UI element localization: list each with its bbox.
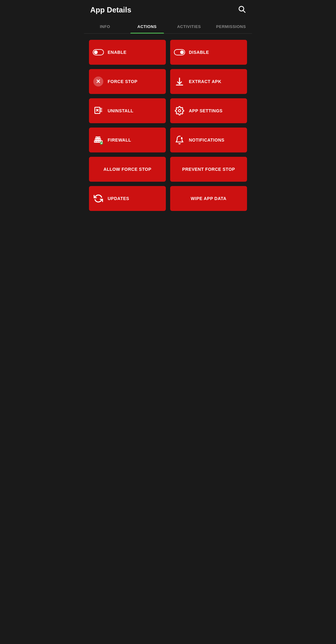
search-icon[interactable]	[238, 5, 246, 15]
actions-content: ENABLE DISABLE ✕ FORCE STOP	[84, 34, 252, 217]
page-title: App Details	[90, 6, 131, 14]
svg-text:1: 1	[181, 137, 182, 139]
tab-actions[interactable]: ACTIONS	[126, 20, 168, 33]
toggle-on-icon	[174, 47, 185, 58]
extract-apk-button[interactable]: EXTRACT APK	[170, 69, 247, 94]
svg-rect-15	[97, 139, 99, 140]
allow-force-stop-button[interactable]: ALLOW FORCE STOP	[89, 157, 166, 182]
prevent-force-stop-button[interactable]: PREVENT FORCE STOP	[170, 157, 247, 182]
bottom-spacer	[84, 217, 252, 242]
app-header: App Details	[84, 0, 252, 20]
tab-permissions[interactable]: PERMISSIONS	[210, 20, 252, 33]
bell-icon: 1	[174, 134, 185, 146]
actions-grid: ENABLE DISABLE ✕ FORCE STOP	[89, 40, 247, 211]
svg-rect-12	[98, 141, 100, 142]
toggle-off-icon	[93, 47, 104, 58]
updates-button[interactable]: UPDATES	[89, 186, 166, 211]
svg-rect-14	[95, 139, 97, 140]
svg-rect-16	[99, 139, 101, 140]
wipe-app-data-button[interactable]: WIPE APP DATA	[170, 186, 247, 211]
svg-rect-17	[96, 137, 98, 138]
uninstall-icon	[93, 105, 104, 116]
svg-line-1	[243, 11, 245, 12]
svg-rect-18	[98, 137, 100, 138]
notifications-button[interactable]: 1 NOTIFICATIONS	[170, 128, 247, 152]
x-circle-icon: ✕	[93, 76, 104, 87]
download-icon	[174, 76, 185, 87]
gear-icon	[174, 105, 185, 116]
uninstall-button[interactable]: UNINSTALL	[89, 98, 166, 123]
force-stop-button[interactable]: ✕ FORCE STOP	[89, 69, 166, 94]
updates-icon	[93, 193, 104, 204]
tab-bar: INFO ACTIONS ACTIVITIES PERMISSIONS	[84, 20, 252, 34]
svg-point-9	[178, 110, 181, 112]
tab-info[interactable]: INFO	[84, 20, 126, 33]
disable-button[interactable]: DISABLE	[170, 40, 247, 65]
enable-button[interactable]: ENABLE	[89, 40, 166, 65]
firewall-button[interactable]: FIREWALL	[89, 128, 166, 152]
svg-rect-10	[95, 141, 96, 142]
firewall-icon	[93, 134, 104, 146]
tab-activities[interactable]: ACTIVITIES	[168, 20, 210, 33]
svg-rect-11	[96, 141, 98, 142]
app-settings-button[interactable]: APP SETTINGS	[170, 98, 247, 123]
